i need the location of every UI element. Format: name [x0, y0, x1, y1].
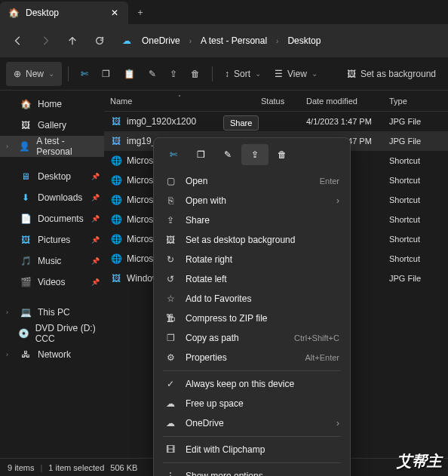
file-icon: 🖼 — [110, 272, 122, 284]
file-type: Shortcut — [383, 156, 428, 165]
setbg-icon: 🖼 — [164, 235, 176, 245]
ctx-rename-button[interactable]: ✎ — [214, 144, 241, 165]
file-icon: 🌐 — [110, 213, 122, 226]
home-icon: 🏠 — [8, 7, 20, 19]
sort-button[interactable]: ↕ Sort ⌄ — [219, 62, 267, 86]
status-selected: 1 item selected — [48, 463, 104, 472]
copy-button[interactable]: ❐ — [96, 62, 116, 86]
ctx-share-button[interactable]: ⇪ — [241, 144, 268, 165]
status-size: 506 KB — [110, 463, 137, 472]
file-icon: 🖼 — [110, 135, 122, 147]
file-type: JPG File — [383, 137, 428, 146]
zip-icon: 🗜 — [164, 313, 176, 324]
ctx-copypath[interactable]: ❐Copy as pathCtrl+Shift+C — [157, 328, 347, 348]
file-type: Shortcut — [383, 176, 428, 185]
openwith-icon: ⎘ — [164, 195, 176, 206]
view-button[interactable]: ☰ View ⌄ — [268, 62, 324, 86]
open-icon: ▢ — [164, 176, 176, 186]
ctx-delete-button[interactable]: 🗑 — [268, 144, 296, 165]
file-type: JPG File — [383, 274, 428, 283]
clipchamp-icon: 🎞 — [164, 444, 176, 455]
onedrive-icon: ☁ — [121, 35, 133, 47]
up-button[interactable] — [60, 29, 84, 53]
sidebar-item-dvd[interactable]: 💿DVD Drive (D:) CCC — [0, 323, 104, 344]
new-tab-button[interactable]: ＋ — [128, 6, 152, 19]
ctx-rotl[interactable]: ↺Rotate left — [157, 269, 347, 289]
sidebar-item-network[interactable]: ›🖧Network — [0, 344, 104, 365]
column-headers: Name˄ Status Date modified Type — [104, 91, 448, 112]
sidebar-item-home[interactable]: 🏠Home — [0, 94, 104, 115]
close-tab-button[interactable]: ✕ — [109, 7, 121, 19]
set-background-button[interactable]: 🖼 Set as background — [341, 62, 442, 86]
header-date[interactable]: Date modified — [300, 97, 383, 106]
header-type[interactable]: Type — [383, 97, 428, 106]
window-tab[interactable]: 🏠 Desktop ✕ — [0, 2, 128, 24]
crumb-2[interactable]: Desktop — [283, 32, 325, 49]
new-button[interactable]: ⊕ New ⌄ — [6, 62, 62, 86]
ctx-clipchamp[interactable]: 🎞Edit with Clipchamp — [157, 440, 347, 459]
cloud-icon: ☁ — [164, 398, 176, 409]
file-type: JPG File — [383, 117, 428, 126]
star-icon: ☆ — [164, 293, 176, 304]
file-type: Shortcut — [383, 195, 428, 204]
sidebar-item-pictures[interactable]: 🖼Pictures📌 — [0, 229, 104, 250]
props-icon: ⚙ — [164, 352, 176, 363]
sidebar-item-personal[interactable]: ›👤A test - Personal — [0, 136, 104, 157]
ctx-setbg[interactable]: 🖼Set as desktop background — [157, 230, 347, 250]
paste-button[interactable]: 📋 — [118, 62, 141, 86]
header-status[interactable]: Status — [255, 97, 300, 106]
ctx-onedrive[interactable]: ☁OneDrive› — [157, 413, 347, 433]
file-name: img0_1920x1200 — [127, 116, 196, 127]
ctx-props[interactable]: ⚙PropertiesAlt+Enter — [157, 348, 347, 367]
status-count: 9 items — [8, 463, 34, 472]
tab-title: Desktop — [26, 8, 59, 18]
cut-button[interactable]: ✄ — [75, 62, 94, 86]
rotl-icon: ↺ — [164, 274, 176, 284]
ctx-cut-button[interactable]: ✄ — [160, 144, 187, 165]
ctx-cloud[interactable]: ☁Free up space — [157, 394, 347, 413]
file-icon: 🌐 — [110, 253, 122, 265]
crumb-1[interactable]: A test - Personal — [196, 32, 272, 49]
sidebar-item-thispc[interactable]: ›💻This PC — [0, 302, 104, 323]
crumb-0[interactable]: OneDrive — [137, 32, 185, 49]
header-name[interactable]: Name˄ — [104, 97, 255, 106]
file-type: Shortcut — [383, 254, 428, 263]
file-row[interactable]: 🖼img0_1920x1200 4/1/2023 1:47 PM JPG Fil… — [104, 112, 448, 131]
delete-button[interactable]: 🗑 — [185, 62, 206, 86]
share-button[interactable]: ⇪ — [164, 62, 183, 86]
ctx-zip[interactable]: 🗜Compress to ZIP file — [157, 309, 347, 328]
file-date: 4/1/2023 1:47 PM — [300, 117, 383, 126]
share-icon: ⇪ — [164, 215, 176, 226]
onedrive-icon: ☁ — [164, 418, 176, 428]
sidebar-item-videos[interactable]: 🎬Videos📌 — [0, 272, 104, 293]
ctx-openwith[interactable]: ⎘Open with› — [157, 191, 347, 210]
context-menu: ✄ ❐ ✎ ⇪ 🗑 ▢OpenEnter⎘Open with›⇪Share🖼Se… — [153, 137, 351, 476]
ctx-show-more[interactable]: ⋮Show more options — [157, 466, 347, 476]
ctx-share[interactable]: ⇪Share — [157, 210, 347, 230]
file-icon: 🌐 — [110, 233, 122, 245]
sidebar-item-music[interactable]: 🎵Music📌 — [0, 250, 104, 272]
back-button[interactable] — [6, 29, 30, 53]
sidebar-item-documents[interactable]: 📄Documents📌 — [0, 208, 104, 229]
ctx-open[interactable]: ▢OpenEnter — [157, 171, 347, 191]
forward-button[interactable] — [33, 29, 57, 53]
file-type: Shortcut — [383, 215, 428, 224]
ctx-star[interactable]: ☆Add to Favorites — [157, 289, 347, 309]
ctx-rotr[interactable]: ↻Rotate right — [157, 250, 347, 269]
breadcrumb[interactable]: ☁ OneDrive› A test - Personal› Desktop — [121, 32, 325, 49]
file-type: Shortcut — [383, 235, 428, 244]
rotr-icon: ↻ — [164, 254, 176, 265]
sidebar: 🏠Home 🖼Gallery ›👤A test - Personal 🖥Desk… — [0, 91, 104, 461]
keep-icon: ✓ — [164, 379, 176, 389]
copypath-icon: ❐ — [164, 333, 176, 343]
ctx-copy-button[interactable]: ❐ — [187, 144, 214, 165]
sidebar-item-gallery[interactable]: 🖼Gallery — [0, 115, 104, 136]
refresh-button[interactable] — [87, 29, 112, 53]
sidebar-item-desktop[interactable]: 🖥Desktop📌 — [0, 166, 104, 187]
rename-button[interactable]: ✎ — [143, 62, 162, 86]
file-icon: 🖼 — [110, 115, 122, 127]
ctx-keep[interactable]: ✓Always keep on this device — [157, 374, 347, 394]
sidebar-item-downloads[interactable]: ⬇Downloads📌 — [0, 187, 104, 208]
file-icon: 🌐 — [110, 155, 122, 167]
watermark: 艾帮主 — [397, 451, 442, 471]
